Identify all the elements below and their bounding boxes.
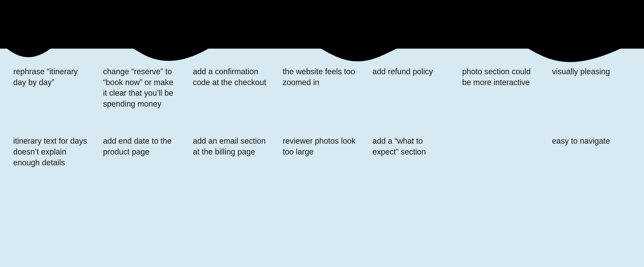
- photo-interactive-text: photo section could be more interactive: [462, 67, 531, 87]
- content-area: rephrase “itinerary day by day” change “…: [0, 49, 644, 267]
- cell-photo-interactive: photo section could be more interactive: [456, 62, 546, 92]
- cell-rephrase-itinerary: rephrase “itinerary day by day”: [9, 62, 96, 92]
- add-refund-text: add refund policy: [372, 67, 433, 76]
- cell-add-confirmation: add a confirmation code at the checkout: [186, 62, 276, 92]
- reviewer-photos-text: reviewer photos look too large: [282, 136, 356, 156]
- wave-decoration: [0, 22, 644, 66]
- rephrase-itinerary-text: rephrase “itinerary day by day”: [13, 67, 78, 87]
- website-zoomed-text: the website feels too zoomed in: [282, 67, 355, 87]
- content-inner: rephrase “itinerary day by day” change “…: [0, 49, 644, 203]
- add-confirmation-text: add a confirmation code at the checkout: [193, 67, 266, 87]
- add-email-text: add an email section at the billing page: [193, 136, 266, 156]
- cell-what-to-expect: add a “what to expect” section: [366, 131, 456, 162]
- cell-empty: [456, 131, 546, 140]
- row-1: rephrase “itinerary day by day” change “…: [9, 62, 635, 114]
- easy-navigate-text: easy to navigate: [552, 136, 610, 145]
- row-2: itinerary text for days doesn’t explain …: [9, 131, 635, 172]
- add-end-date-text: add end date to the product page: [103, 136, 172, 156]
- cell-reviewer-photos: reviewer photos look too large: [276, 131, 366, 162]
- cell-itinerary-text: itinerary text for days doesn’t explain …: [9, 131, 96, 172]
- itinerary-text-text: itinerary text for days doesn’t explain …: [13, 136, 87, 167]
- cell-add-end-date: add end date to the product page: [96, 131, 186, 162]
- cell-easy-navigate: easy to navigate: [545, 131, 635, 151]
- cell-add-email: add an email section at the billing page: [186, 131, 276, 162]
- change-reserve-text: change “reserve” to “book now” or make i…: [103, 67, 173, 108]
- what-to-expect-text: add a “what to expect” section: [372, 136, 426, 156]
- cell-change-reserve: change “reserve” to “book now” or make i…: [96, 62, 186, 114]
- visually-pleasing-text: visually pleasing: [552, 67, 610, 76]
- cell-website-zoomed: the website feels too zoomed in: [276, 62, 366, 92]
